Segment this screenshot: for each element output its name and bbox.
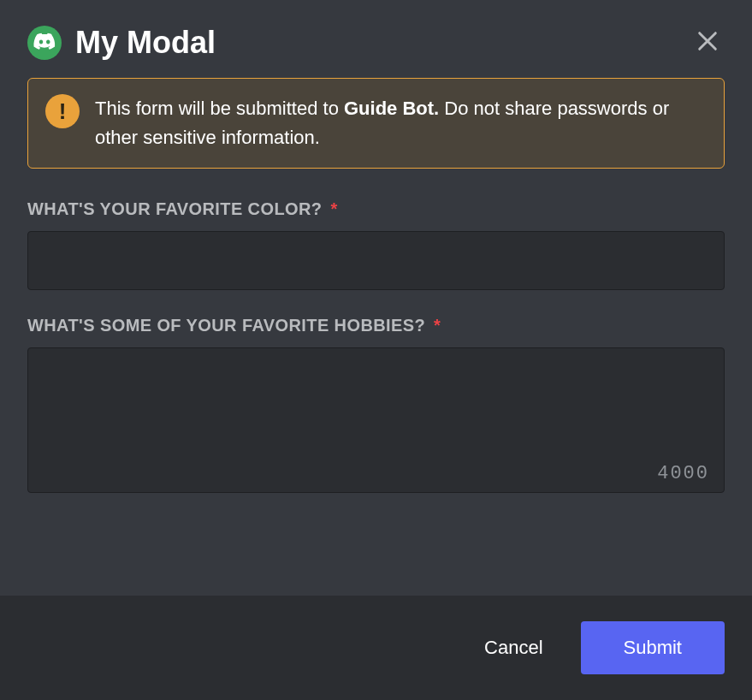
modal-body: ! This form will be submitted to Guide B… xyxy=(0,78,752,596)
modal-footer: Cancel Submit xyxy=(0,596,752,700)
close-button[interactable] xyxy=(690,24,725,61)
warning-text: This form will be submitted to Guide Bot… xyxy=(95,94,707,152)
required-star: * xyxy=(330,199,337,218)
field-color: WHAT'S YOUR FAVORITE COLOR? * xyxy=(27,199,725,290)
required-star: * xyxy=(434,316,441,335)
field-label-color: WHAT'S YOUR FAVORITE COLOR? * xyxy=(27,199,725,219)
exclamation-icon: ! xyxy=(59,100,67,122)
field-hobbies: WHAT'S SOME OF YOUR FAVORITE HOBBIES? * … xyxy=(27,316,725,496)
color-input[interactable] xyxy=(27,231,725,290)
field-label-hobbies: WHAT'S SOME OF YOUR FAVORITE HOBBIES? * xyxy=(27,316,725,335)
modal-header: My Modal xyxy=(0,0,752,78)
warning-box: ! This form will be submitted to Guide B… xyxy=(27,78,725,169)
submit-button[interactable]: Submit xyxy=(581,621,725,674)
bot-avatar xyxy=(27,26,62,60)
modal-title: My Modal xyxy=(75,25,216,61)
cancel-button[interactable]: Cancel xyxy=(465,625,561,671)
warning-bot-name: Guide Bot. xyxy=(344,98,439,119)
discord-logo-icon xyxy=(33,33,56,53)
warning-prefix: This form will be submitted to xyxy=(95,98,344,119)
color-label-text: WHAT'S YOUR FAVORITE COLOR? xyxy=(27,199,322,218)
hobbies-textarea-wrap: 4000 xyxy=(27,347,725,496)
hobbies-textarea[interactable] xyxy=(27,347,725,493)
hobbies-label-text: WHAT'S SOME OF YOUR FAVORITE HOBBIES? xyxy=(27,316,425,335)
close-icon xyxy=(696,29,719,56)
warning-icon: ! xyxy=(45,94,80,128)
modal-title-wrap: My Modal xyxy=(27,25,216,61)
